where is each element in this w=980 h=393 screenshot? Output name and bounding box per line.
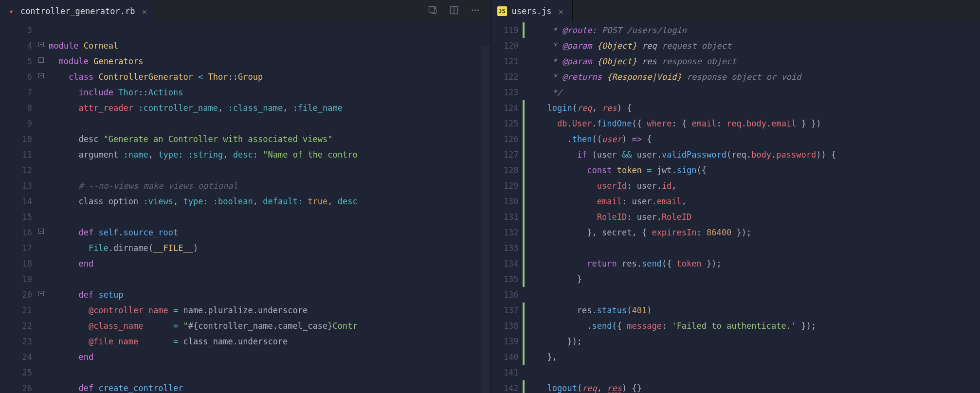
line-number: 124 (490, 100, 519, 116)
line-number: 129 (490, 178, 519, 194)
fold-toggle[interactable] (36, 287, 46, 303)
code-line[interactable]: class ControllerGenerator < Thor::Group (49, 69, 490, 85)
code-line[interactable] (49, 116, 490, 131)
line-number: 23 (0, 334, 32, 349)
editor-pane-right: JS users.js × 11912012112212312412512612… (490, 0, 980, 393)
line-number: 133 (490, 240, 519, 256)
line-number: 4 (0, 38, 32, 54)
line-number: 132 (490, 225, 519, 240)
split-editor-icon[interactable] (449, 5, 459, 17)
code-line[interactable]: class_option :views, type: :boolean, def… (49, 194, 490, 209)
code-line[interactable]: end (49, 256, 490, 271)
code-line[interactable]: module Generators (49, 54, 490, 69)
editor-body-left[interactable]: 3456789101112131415161718192021222324252… (0, 22, 490, 393)
fold-toggle[interactable] (36, 69, 46, 85)
code-line[interactable] (49, 209, 490, 225)
code-line[interactable]: }, secret, { expiresIn: 86400 }); (527, 225, 980, 240)
code-line[interactable]: File.dirname(__FILE__) (49, 240, 490, 256)
code-line[interactable]: .then((user) => { (527, 131, 980, 147)
code-line[interactable]: def create_controller (49, 380, 490, 393)
code-line[interactable] (49, 365, 490, 380)
fold-toggle (36, 303, 46, 318)
code-line[interactable]: login(req, res) { (527, 100, 980, 116)
code-area-right[interactable]: * @route: POST /users/login * @param {Ob… (525, 22, 980, 393)
code-line[interactable]: argument :name, type: :string, desc: "Na… (49, 147, 490, 162)
fold-toggle[interactable] (36, 225, 46, 240)
fold-toggle (36, 194, 46, 209)
code-line[interactable]: return res.send({ token }); (527, 256, 980, 271)
tab-label: controller_generator.rb (20, 6, 135, 16)
fold-toggle (36, 131, 46, 147)
line-number: 3 (0, 22, 32, 38)
line-number: 125 (490, 116, 519, 131)
code-line[interactable]: userId: user.id, (527, 178, 980, 194)
fold-toggle (36, 271, 46, 287)
code-line[interactable]: if (user && user.validPassword(req.body.… (527, 147, 980, 162)
fold-toggle[interactable] (36, 38, 46, 54)
close-icon[interactable]: × (556, 6, 565, 17)
code-line[interactable]: @file_name = class_name.underscore (49, 334, 490, 349)
code-line[interactable]: const token = jwt.sign({ (527, 162, 980, 178)
fold-gutter[interactable] (36, 22, 46, 393)
fold-toggle (36, 334, 46, 349)
code-line[interactable]: @controller_name = name.pluralize.unders… (49, 303, 490, 318)
code-line[interactable]: }); (527, 334, 980, 349)
editor-pane-left: ◆ controller_generator.rb × 345678910111… (0, 0, 490, 393)
line-number: 20 (0, 287, 32, 303)
line-number: 10 (0, 131, 32, 147)
fold-toggle (36, 365, 46, 380)
tab-bar-right: JS users.js × (490, 0, 980, 22)
code-line[interactable]: @class_name = "#{controller_name.camel_c… (49, 318, 490, 334)
code-line[interactable]: }, (527, 349, 980, 365)
minimap[interactable] (481, 45, 490, 393)
code-line[interactable]: module Corneal (49, 38, 490, 54)
code-line[interactable] (527, 287, 980, 303)
code-line[interactable]: db.User.findOne({ where: { email: req.bo… (527, 116, 980, 131)
code-line[interactable]: .send({ message: 'Failed to authenticate… (527, 318, 980, 334)
line-number: 8 (0, 100, 32, 116)
code-line[interactable] (527, 365, 980, 380)
code-line[interactable]: * @route: POST /users/login (527, 22, 980, 38)
code-line[interactable] (49, 162, 490, 178)
code-line[interactable]: def setup (49, 287, 490, 303)
code-line[interactable]: * @returns {Response|Void} response obje… (527, 69, 980, 85)
code-line[interactable]: * @param {Object} res response object (527, 54, 980, 69)
line-number: 21 (0, 303, 32, 318)
code-line[interactable]: attr_reader :controller_name, :class_nam… (49, 100, 490, 116)
code-line[interactable]: desc "Generate an Controller with associ… (49, 131, 490, 147)
svg-point-1 (434, 7, 436, 9)
tab-label: users.js (512, 6, 552, 16)
line-number: 120 (490, 38, 519, 54)
tab-users-js[interactable]: JS users.js × (490, 0, 573, 22)
code-line[interactable]: */ (527, 85, 980, 100)
code-line[interactable]: email: user.email, (527, 194, 980, 209)
fold-toggle (36, 256, 46, 271)
code-line[interactable]: res.status(401) (527, 303, 980, 318)
line-number: 138 (490, 318, 519, 334)
code-line[interactable]: } (527, 271, 980, 287)
code-line[interactable]: * @param {Object} req request object (527, 38, 980, 54)
tab-actions-left (428, 5, 490, 17)
code-line[interactable]: RoleID: user.RoleID (527, 209, 980, 225)
line-number: 130 (490, 194, 519, 209)
code-line[interactable]: include Thor::Actions (49, 85, 490, 100)
line-number: 131 (490, 209, 519, 225)
compare-changes-icon[interactable] (428, 5, 437, 17)
code-line[interactable]: end (49, 349, 490, 365)
code-line[interactable] (49, 271, 490, 287)
code-line[interactable]: # --no-views make views optional (49, 178, 490, 194)
code-line[interactable]: def self.source_root (49, 225, 490, 240)
fold-toggle (36, 178, 46, 194)
line-number: 134 (490, 256, 519, 271)
code-area-left[interactable]: module Corneal module Generators class C… (46, 22, 490, 393)
fold-toggle[interactable] (36, 54, 46, 69)
code-line[interactable] (49, 22, 490, 38)
code-line[interactable]: logout(req, res) {} (527, 380, 980, 393)
more-icon[interactable] (471, 5, 480, 17)
close-icon[interactable]: × (140, 6, 149, 17)
tab-controller-generator[interactable]: ◆ controller_generator.rb × (0, 0, 156, 22)
line-number: 15 (0, 209, 32, 225)
editor-body-right[interactable]: 1191201211221231241251261271281291301311… (490, 22, 980, 393)
code-line[interactable] (527, 240, 980, 256)
line-number: 24 (0, 349, 32, 365)
